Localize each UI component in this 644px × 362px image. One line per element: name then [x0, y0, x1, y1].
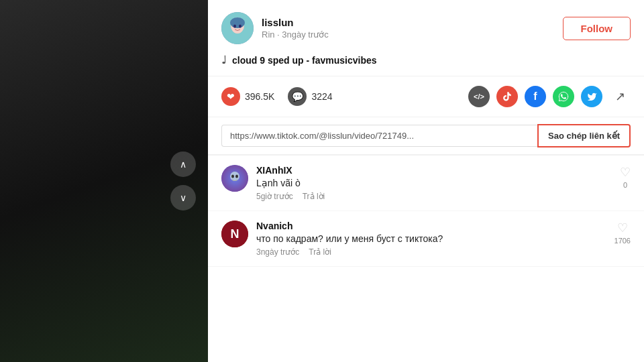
more-share-button[interactable]: ↗: [609, 86, 631, 107]
like-count: 0: [623, 181, 627, 189]
tiktok-share-button[interactable]: [496, 86, 518, 107]
svg-point-4: [239, 25, 241, 28]
avatar: [221, 12, 254, 44]
header-section: lisslun Rin · 3ngày trước Follow ♩ cloud…: [208, 0, 644, 76]
user-row: lisslun Rin · 3ngày trước Follow: [221, 12, 631, 44]
username-label: lisslun: [262, 17, 329, 28]
comment-meta: 3ngày trước Trả lời: [256, 247, 606, 257]
comment-meta: 5giờ trước Trả lời: [256, 192, 612, 201]
url-input[interactable]: [221, 125, 537, 147]
comment-item: XIAnhIX Lạnh vãi ò 5giờ trước Trả lời ♡ …: [208, 156, 644, 211]
copy-link-button[interactable]: Sao chép liên kết: [537, 124, 631, 147]
comment-text: Lạnh vãi ò: [256, 178, 612, 188]
likes-stat: ❤ 396.5K: [221, 87, 274, 106]
navigation-arrows: ∧ ∨: [170, 152, 196, 210]
comments-section: XIAnhIX Lạnh vãi ò 5giờ trước Trả lời ♡ …: [208, 156, 644, 362]
right-panel: lisslun Rin · 3ngày trước Follow ♩ cloud…: [208, 0, 644, 362]
comment-text: что по кадрам? или у меня буст с тиктока…: [256, 233, 606, 244]
embed-icon-button[interactable]: </>: [468, 86, 490, 107]
comment-username: Nvanich: [256, 221, 606, 231]
whatsapp-share-button[interactable]: [553, 86, 574, 107]
url-row: Sao chép liên kết: [208, 117, 644, 156]
likes-count: 396.5K: [245, 91, 274, 102]
svg-point-2: [230, 17, 245, 28]
comments-count: 3224: [311, 91, 332, 102]
user-info: lisslun Rin · 3ngày trước: [221, 12, 329, 44]
twitter-share-button[interactable]: [581, 86, 602, 107]
reply-button[interactable]: Trả lời: [309, 247, 331, 257]
share-icons-row: </> f ↗: [468, 86, 631, 107]
comment-time: 3ngày trước: [256, 247, 299, 257]
user-text: lisslun Rin · 3ngày trước: [262, 17, 329, 40]
heart-icon[interactable]: ❤: [221, 87, 240, 106]
user-subtitle: Rin · 3ngày trước: [262, 29, 329, 40]
music-note-icon: ♩: [221, 54, 227, 66]
music-title: cloud 9 sped up - favmusicvibes: [232, 55, 377, 66]
svg-point-8: [235, 175, 238, 178]
like-heart-icon[interactable]: ♡: [620, 165, 631, 180]
svg-point-3: [233, 25, 236, 28]
comment-bubble-icon[interactable]: 💬: [288, 87, 307, 106]
chevron-down-icon: ∨: [180, 192, 186, 203]
comment-username: XIAnhIX: [256, 165, 612, 176]
reply-button[interactable]: Trả lời: [303, 192, 325, 201]
comment-body: Nvanich что по кадрам? или у меня буст с…: [256, 221, 606, 257]
comments-stat: 💬 3224: [288, 87, 332, 106]
chevron-up-icon: ∧: [180, 159, 186, 170]
like-count: 1706: [614, 237, 631, 245]
follow-button[interactable]: Follow: [563, 17, 631, 40]
arrow-down-button[interactable]: ∨: [170, 185, 196, 210]
avatar: N: [221, 221, 248, 247]
arrow-up-button[interactable]: ∧: [170, 152, 196, 177]
music-row: ♩ cloud 9 sped up - favmusicvibes: [221, 54, 631, 66]
video-panel: ∧ ∨: [0, 0, 208, 362]
comment-time: 5giờ trước: [256, 192, 293, 201]
like-heart-icon[interactable]: ♡: [617, 221, 628, 235]
comment-body: XIAnhIX Lạnh vãi ò 5giờ trước Trả lời: [256, 165, 612, 201]
comment-like: ♡ 0: [620, 165, 631, 189]
svg-point-7: [231, 175, 234, 178]
stats-left: ❤ 396.5K 💬 3224: [221, 87, 333, 106]
avatar: [221, 165, 248, 192]
svg-text:N: N: [231, 227, 239, 241]
comment-like: ♡ 1706: [614, 221, 631, 245]
facebook-share-button[interactable]: f: [525, 86, 546, 107]
comment-item: N Nvanich что по кадрам? или у меня буст…: [208, 211, 644, 267]
stats-share-row: ❤ 396.5K 💬 3224 </> f ↗: [208, 76, 644, 117]
